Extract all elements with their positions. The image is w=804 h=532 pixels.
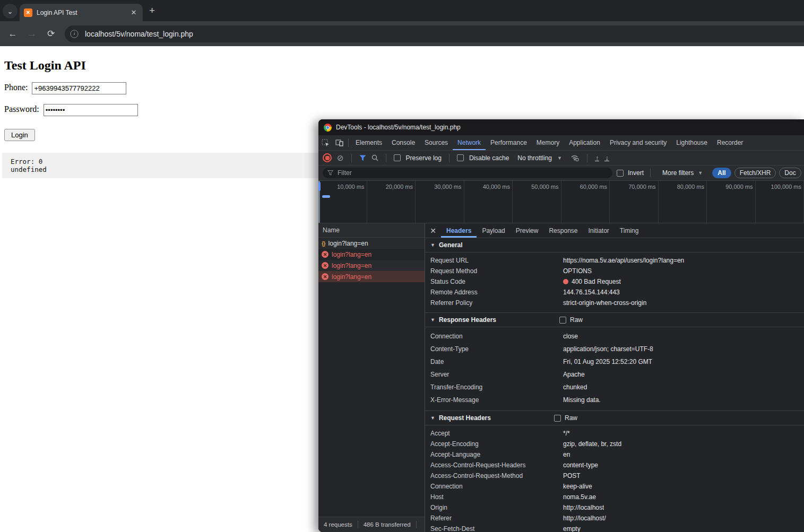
disable-cache-checkbox[interactable]: [457, 154, 464, 161]
inspect-element-icon[interactable]: [318, 135, 332, 150]
password-input[interactable]: [44, 104, 138, 116]
request-row[interactable]: {} ✕ login?lang=en: [318, 260, 425, 271]
timeline-tick-label: 60,000 ms: [561, 181, 610, 223]
back-button[interactable]: ←: [4, 25, 21, 42]
header-value-text: 144.76.154.144:443: [563, 289, 620, 296]
response-headers-section-header[interactable]: ▼ Response Headers Raw: [425, 312, 804, 327]
header-name: Access-Control-Request-Headers: [430, 461, 563, 469]
result-line-1: Error: 0: [11, 158, 42, 165]
export-har-icon[interactable]: ↓: [604, 155, 609, 161]
request-raw-checkbox[interactable]: [554, 415, 561, 422]
detail-tab[interactable]: Timing: [615, 223, 644, 238]
filter-funnel-icon: [327, 170, 333, 176]
header-name: Access-Control-Request-Method: [430, 472, 563, 479]
close-details-icon[interactable]: ✕: [425, 223, 441, 238]
header-name: Accept-Encoding: [430, 440, 563, 448]
devtools-tab[interactable]: Privacy and security: [605, 135, 671, 150]
filter-toggle-icon[interactable]: [359, 155, 366, 161]
detail-tab[interactable]: Initiator: [583, 223, 614, 238]
devtools-tab[interactable]: Lighthouse: [671, 135, 712, 150]
chevron-down-icon[interactable]: ▼: [557, 155, 562, 161]
header-value-text: noma.5v.ae: [563, 493, 596, 501]
request-error-icon: ✕: [322, 273, 328, 280]
more-filters-button[interactable]: More filters: [662, 169, 694, 177]
tab-search-button[interactable]: ⌄: [3, 4, 18, 19]
section-title: General: [439, 241, 463, 249]
general-section-header[interactable]: ▼ General: [425, 238, 804, 252]
browser-tab[interactable]: ✕ Login API Test ✕: [20, 4, 143, 21]
network-conditions-icon[interactable]: [570, 154, 580, 161]
request-error-icon: ✕: [322, 262, 328, 269]
url-text: localhost/5v/noma/test_login.php: [85, 30, 193, 38]
headers-panel: ▼ General Request URL https://noma.5v.ae…: [425, 238, 804, 532]
response-raw-checkbox[interactable]: [559, 317, 566, 324]
triangle-expanded-icon: ▼: [430, 242, 435, 248]
clear-network-log-button[interactable]: ⊘: [337, 154, 344, 162]
request-row[interactable]: {} ✕ login?lang=en: [318, 249, 425, 260]
request-name: login?lang=en: [332, 251, 371, 258]
tab-title: Login API Test: [37, 9, 129, 16]
header-value-text: Missing data.: [563, 396, 601, 404]
devtools-tab[interactable]: Application: [564, 135, 605, 150]
filter-input[interactable]: [336, 169, 608, 177]
request-type-filter-pill[interactable]: All: [712, 168, 731, 178]
request-row[interactable]: {} ✕ login?lang=en: [318, 271, 425, 282]
divider: [351, 154, 352, 162]
detail-tab-label: Timing: [620, 227, 639, 234]
devtools-tab[interactable]: Network: [453, 135, 486, 150]
device-toolbar-icon[interactable]: [332, 135, 346, 150]
header-name: Host: [430, 493, 563, 501]
site-info-icon[interactable]: i: [71, 30, 79, 38]
import-har-icon[interactable]: ↑: [595, 155, 600, 161]
tab-close-icon[interactable]: ✕: [129, 8, 139, 18]
devtools-titlebar[interactable]: DevTools - localhost/5v/noma/test_login.…: [318, 119, 804, 135]
timeline-tick-label: 50,000 ms: [513, 181, 561, 223]
header-value-text: http://localhost: [563, 504, 604, 511]
header-value: gzip, deflate, br, zstd: [563, 440, 621, 448]
devtools-tab[interactable]: Elements: [351, 135, 387, 150]
requests-pane: Name {} ✕ login?lang=en {} ✕ login?lang=…: [318, 223, 425, 532]
header-value: application/json; charset=UTF-8: [563, 345, 653, 353]
header-value-text: 400 Bad Request: [572, 278, 621, 285]
record-network-log-button[interactable]: [323, 153, 332, 162]
devtools-tab[interactable]: Recorder: [712, 135, 748, 150]
devtools-tab[interactable]: Console: [387, 135, 420, 150]
header-value-text: POST: [563, 472, 581, 479]
devtools-tab[interactable]: Memory: [532, 135, 564, 150]
detail-tab[interactable]: Response: [543, 223, 583, 238]
invert-checkbox[interactable]: [617, 170, 624, 177]
new-tab-button[interactable]: +: [149, 5, 155, 16]
login-button[interactable]: Login: [4, 129, 35, 141]
request-type-filter-pill[interactable]: Fetch/XHR: [734, 168, 776, 178]
header-value-text: empty: [563, 525, 581, 532]
header-name: Status Code: [430, 278, 563, 285]
phone-input[interactable]: [32, 82, 126, 94]
request-error-icon: ✕: [322, 251, 328, 258]
devtools-tab-label: Memory: [537, 139, 559, 146]
chevron-down-icon[interactable]: ▼: [698, 170, 703, 176]
throttling-select[interactable]: No throttling: [517, 154, 552, 162]
request-type-filter-pill[interactable]: Doc: [779, 168, 801, 178]
network-overview-timeline[interactable]: 10,000 ms20,000 ms30,000 ms40,000 ms50,0…: [318, 181, 804, 223]
devtools-tab[interactable]: Sources: [420, 135, 453, 150]
detail-tab[interactable]: Payload: [477, 223, 510, 238]
header-name: Connection: [430, 333, 563, 340]
preserve-log-checkbox[interactable]: [394, 154, 401, 161]
filter-input-box[interactable]: [323, 168, 612, 178]
header-name: X-Error-Message: [430, 396, 563, 404]
header-row: Host noma.5v.ae: [425, 492, 804, 502]
header-value: close: [563, 333, 578, 340]
detail-tab[interactable]: Preview: [511, 223, 544, 238]
request-headers-section-header[interactable]: ▼ Request Headers Raw: [425, 411, 804, 425]
divider: [650, 169, 651, 177]
detail-tab[interactable]: Headers: [441, 223, 477, 238]
address-bar[interactable]: i localhost/5v/noma/test_login.php: [65, 25, 804, 42]
requests-name-column-header[interactable]: Name: [318, 223, 425, 238]
reload-button[interactable]: ⟳: [42, 25, 59, 42]
header-row: Request URL https://noma.5v.ae/api/users…: [425, 255, 804, 266]
search-icon[interactable]: [371, 154, 378, 161]
devtools-tab[interactable]: Performance: [486, 135, 532, 150]
header-value-text: Apache: [563, 371, 585, 378]
forward-button[interactable]: →: [23, 25, 40, 42]
request-row[interactable]: {} ✕ login?lang=en: [318, 238, 425, 249]
